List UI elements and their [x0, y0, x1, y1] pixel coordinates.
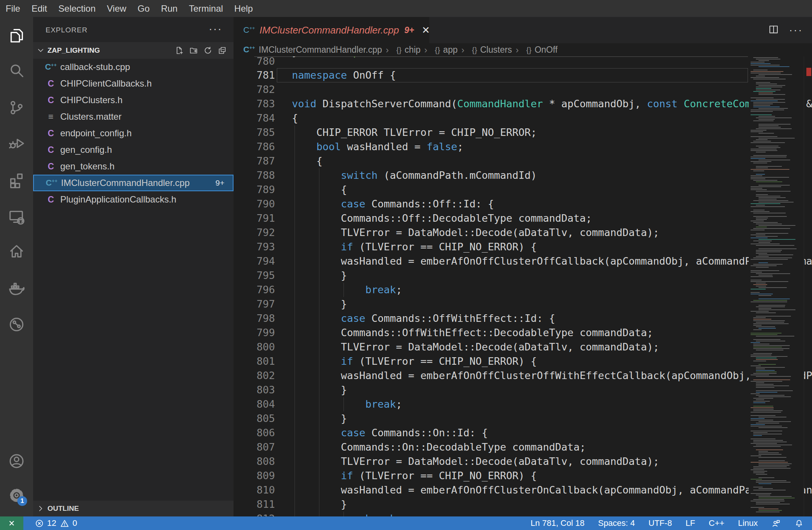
menu-run[interactable]: Run [155, 0, 183, 17]
code-line-787[interactable]: 787 { [234, 154, 747, 168]
settings-icon[interactable]: 1 [5, 484, 28, 507]
code-line-799[interactable]: 799 Commands::OffWithEffect::DecodableTy… [234, 326, 747, 340]
collapse-all-icon[interactable] [218, 46, 227, 55]
file-item-pluginapplicationcallbacks-h[interactable]: CPluginApplicationCallbacks.h [33, 191, 234, 208]
minimap[interactable] [749, 56, 804, 516]
run-debug-icon[interactable] [5, 132, 28, 155]
status-language-mode[interactable]: C++ [709, 518, 725, 528]
code-line-783[interactable]: 783void DispatchServerCommand(CommandHan… [234, 97, 747, 111]
breadcrumb-item-clusters[interactable]: {}Clusters [472, 45, 512, 55]
c-file-icon: C [44, 95, 57, 105]
file-label: gen_tokens.h [60, 161, 114, 172]
remote-indicator[interactable] [0, 516, 23, 530]
code-line-802[interactable]: 802 wasHandled = emberAfOnOffClusterOffW… [234, 369, 747, 383]
line-number: 807 [234, 440, 275, 454]
sidebar-section-zap-lighting[interactable]: ZAP_LIGHTING [33, 42, 234, 59]
code-line-784[interactable]: 784{ [234, 111, 747, 125]
code-line-809[interactable]: 809 if (TLVError == CHIP_NO_ERROR) { [234, 469, 747, 483]
outline-section-header[interactable]: OUTLINE [33, 501, 234, 516]
code-line-812[interactable]: 812 break; [234, 512, 747, 516]
code-line-804[interactable]: 804 break; [234, 397, 747, 411]
menu-go[interactable]: Go [132, 0, 155, 17]
tab-imclustercommandhandler[interactable]: C++ IMClusterCommandHandler.cpp 9+ ✕ [234, 17, 429, 43]
file-item-endpoint-config-h[interactable]: Cendpoint_config.h [33, 125, 234, 142]
code-line-810[interactable]: 810 wasHandled = emberAfOnOffClusterOnCa… [234, 483, 747, 497]
code-line-792[interactable]: 792 TLVError = DataModel::Decode(aDataTl… [234, 225, 747, 240]
code-line-800[interactable]: 800 TLVError = DataModel::Decode(aDataTl… [234, 340, 747, 354]
remote-explorer-icon[interactable] [5, 206, 28, 228]
menu-terminal[interactable]: Terminal [183, 0, 229, 17]
breadcrumb-item-app[interactable]: {}app [435, 45, 458, 55]
home-icon[interactable] [5, 240, 28, 262]
menu-file[interactable]: File [0, 0, 26, 17]
source-control-icon[interactable] [5, 96, 28, 119]
code-line-794[interactable]: 794 wasHandled = emberAfOnOffClusterOffC… [234, 254, 747, 268]
code-line-795[interactable]: 795 } [234, 268, 747, 283]
status-notifications-bell-icon[interactable] [794, 519, 804, 528]
scrollbar[interactable] [804, 56, 812, 516]
status-feedback-icon[interactable] [771, 519, 781, 528]
close-icon[interactable]: ✕ [422, 24, 430, 36]
breadcrumb-file[interactable]: IMClusterCommandHandler.cpp [259, 45, 382, 55]
split-editor-icon[interactable] [768, 24, 779, 37]
code-editor[interactable]: } // namespace LevelControl780781namespa… [234, 56, 812, 516]
status-encoding[interactable]: UTF-8 [649, 518, 672, 528]
code-line-803[interactable]: 803 } [234, 383, 747, 397]
menu-view[interactable]: View [101, 0, 132, 17]
code-line-782[interactable]: 782 [234, 82, 747, 97]
code-line-798[interactable]: 798 case Commands::OffWithEffect::Id: { [234, 311, 747, 326]
menu-edit[interactable]: Edit [26, 0, 53, 17]
line-number: 798 [234, 311, 275, 326]
docker-icon[interactable] [5, 277, 28, 300]
namespace-symbol-icon: {} [472, 46, 477, 54]
file-item-chipclientcallbacks-h[interactable]: CCHIPClientCallbacks.h [33, 75, 234, 92]
code-line-805[interactable]: 805 } [234, 411, 747, 426]
code-line-785[interactable]: 785 CHIP_ERROR TLVError = CHIP_NO_ERROR; [234, 125, 747, 140]
code-line-789[interactable]: 789 { [234, 183, 747, 197]
file-item-gen-config-h[interactable]: Cgen_config.h [33, 142, 234, 158]
explorer-more-actions-icon[interactable]: ··· [209, 22, 222, 35]
breadcrumb-separator: › [461, 45, 464, 55]
file-item-callback-stub-cpp[interactable]: C++callback-stub.cpp [33, 59, 234, 75]
code-line-788[interactable]: 788 switch (aCommandPath.mCommandId) [234, 168, 747, 183]
git-graph-icon[interactable] [5, 313, 28, 336]
code-line-793[interactable]: 793 if (TLVError == CHIP_NO_ERROR) { [234, 240, 747, 254]
warning-count: 0 [72, 518, 77, 528]
code-line-786[interactable]: 786 bool wasHandled = false; [234, 140, 747, 154]
code-line-797[interactable]: 797 } [234, 297, 747, 311]
editor-more-actions-icon[interactable]: ··· [789, 24, 803, 36]
menu-help[interactable]: Help [229, 0, 258, 17]
status-eol-sequence[interactable]: LF [685, 518, 695, 528]
search-icon[interactable] [5, 59, 28, 82]
code-line-806[interactable]: 806 case Commands::On::Id: { [234, 426, 747, 440]
menu-selection[interactable]: Selection [53, 0, 101, 17]
extensions-icon[interactable] [5, 169, 28, 191]
code-line-801[interactable]: 801 if (TLVError == CHIP_NO_ERROR) { [234, 354, 747, 369]
file-label: Clusters.matter [60, 111, 122, 122]
matter-file-icon: ≡ [44, 111, 57, 122]
file-item-clusters-matter[interactable]: ≡Clusters.matter [33, 108, 234, 125]
breadcrumb-item-chip[interactable]: {}chip [396, 45, 420, 55]
problems-status[interactable]: 12 0 [35, 518, 77, 528]
status-cursor-position[interactable]: Ln 781, Col 18 [531, 518, 585, 528]
files-icon[interactable] [5, 24, 28, 46]
code-line-811[interactable]: 811 } [234, 497, 747, 512]
code-line-808[interactable]: 808 TLVError = DataModel::Decode(aDataTl… [234, 454, 747, 469]
code-line-790[interactable]: 790 case Commands::Off::Id: { [234, 197, 747, 211]
file-item-gen-tokens-h[interactable]: Cgen_tokens.h [33, 158, 234, 175]
file-item-imclustercommandhandler-cpp[interactable]: C++IMClusterCommandHandler.cpp9+ [33, 175, 234, 191]
breadcrumb-item-onoff[interactable]: {}OnOff [526, 45, 557, 55]
line-number: 781 [234, 68, 275, 82]
code-line-partial[interactable]: } // namespace LevelControl780 [234, 56, 747, 68]
status-indentation[interactable]: Spaces: 4 [598, 518, 635, 528]
refresh-icon[interactable] [203, 46, 212, 55]
code-line-791[interactable]: 791 Commands::Off::DecodableType command… [234, 211, 747, 225]
new-folder-icon[interactable] [189, 46, 198, 55]
file-item-chipclusters-h[interactable]: CCHIPClusters.h [33, 92, 234, 108]
account-icon[interactable] [5, 450, 28, 472]
code-line-807[interactable]: 807 Commands::On::DecodableType commandD… [234, 440, 747, 454]
status-remote-os[interactable]: Linux [738, 518, 758, 528]
code-line-781[interactable]: 781namespace OnOff { [234, 68, 747, 82]
code-line-796[interactable]: 796 break; [234, 283, 747, 297]
new-file-icon[interactable] [175, 46, 184, 55]
